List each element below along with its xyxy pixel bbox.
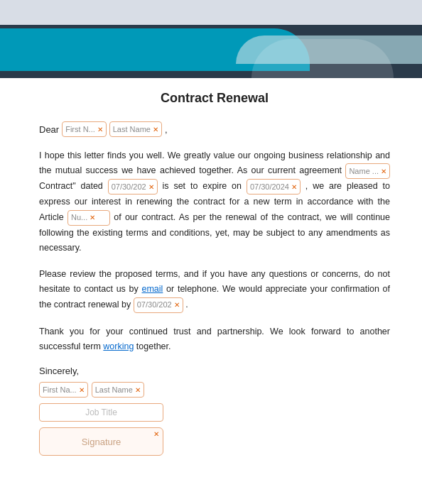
signature-required-star: ✕ xyxy=(153,430,159,438)
first-name-field[interactable]: First N... ✕ xyxy=(62,121,107,137)
para2-end: . xyxy=(185,300,188,309)
date-signed-field[interactable]: 07/30/202 ✕ xyxy=(108,179,158,195)
para1-contract: Contract" dated xyxy=(39,182,108,192)
last-name-required-star: ✕ xyxy=(153,126,158,133)
sign-last-required-star: ✕ xyxy=(135,386,141,394)
para1-expire-text: is set to expire on xyxy=(163,182,247,192)
content-area: Contract Renewal Dear First N... ✕ Last … xyxy=(0,78,422,477)
job-title-wrapper: Job Title xyxy=(39,403,390,422)
para1-part1: I hope this letter finds you well. We gr… xyxy=(39,150,390,176)
first-name-required-star: ✕ xyxy=(97,126,103,133)
salutation-comma: , xyxy=(165,124,168,135)
article-required-star: ✕ xyxy=(90,212,95,224)
paragraph-3: Thank you for your continued trust and p… xyxy=(39,324,390,355)
agreement-required-star: ✕ xyxy=(381,165,386,177)
last-name-field[interactable]: Last Name ✕ xyxy=(109,121,162,137)
page-wrapper: Contract Renewal Dear First N... ✕ Last … xyxy=(0,0,422,504)
para2-text: Please review the proposed terms, and if… xyxy=(39,269,390,309)
header-wave xyxy=(0,0,422,78)
sign-first-required-star: ✕ xyxy=(79,386,85,394)
sincerely-section: Sincerely, First Na... ✕ Last Name ✕ Job… xyxy=(39,366,390,456)
document-title: Contract Renewal xyxy=(39,91,390,106)
expire-date-required-star: ✕ xyxy=(291,181,297,193)
dear-label: Dear xyxy=(39,124,59,135)
wave-white-curve xyxy=(251,39,394,78)
para3-text: Thank you for your continued trust and p… xyxy=(39,327,390,351)
confirmation-date-field[interactable]: 07/30/202 ✕ xyxy=(134,297,183,313)
expire-date-field[interactable]: 07/30/2024 ✕ xyxy=(247,179,301,195)
article-number-field[interactable]: Nu... ✕ xyxy=(67,210,110,226)
agreement-name-field[interactable]: Name ... ✕ xyxy=(345,163,390,179)
date-signed-required-star: ✕ xyxy=(148,181,154,193)
confirmation-required-star: ✕ xyxy=(174,299,180,311)
job-title-field[interactable]: Job Title xyxy=(39,403,163,422)
sign-first-name-field[interactable]: First Na... ✕ xyxy=(39,382,88,398)
sign-last-name-field[interactable]: Last Name ✕ xyxy=(92,382,144,398)
salutation-line: Dear First N... ✕ Last Name ✕ , xyxy=(39,121,390,137)
paragraph-2: Please review the proposed terms, and if… xyxy=(39,267,390,313)
signature-field[interactable]: Signature ✕ xyxy=(39,427,163,456)
signer-name-row: First Na... ✕ Last Name ✕ xyxy=(39,382,390,398)
sincerely-label: Sincerely, xyxy=(39,366,390,376)
paragraph-1: I hope this letter finds you well. We gr… xyxy=(39,148,390,256)
